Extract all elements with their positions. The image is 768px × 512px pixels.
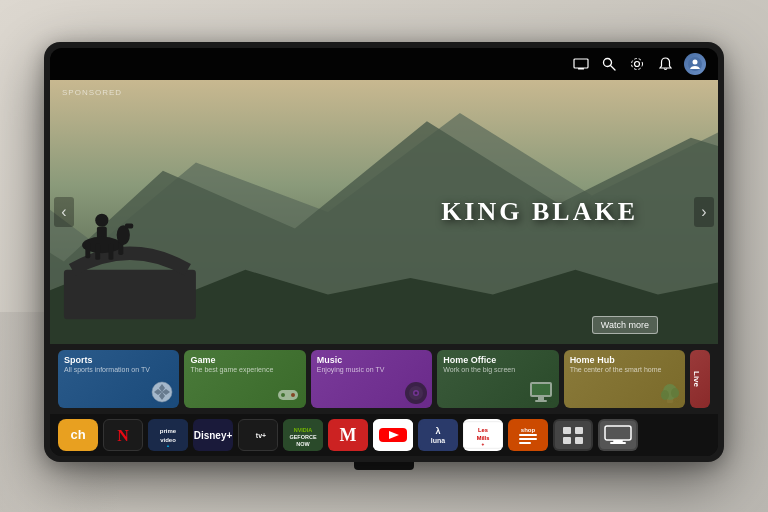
search-icon[interactable]	[600, 55, 618, 73]
svg-text:tv+: tv+	[256, 432, 266, 439]
settings-icon[interactable]	[628, 55, 646, 73]
game-label: Game	[190, 355, 215, 365]
svg-text:luna: luna	[431, 437, 445, 444]
app-shop[interactable]: shop	[508, 419, 548, 451]
app-geforce-now[interactable]: NVIDIA GEFORCE NOW	[283, 419, 323, 451]
svg-line-3	[611, 66, 616, 71]
svg-point-5	[632, 59, 643, 70]
apps-row: ch N prime video	[50, 414, 718, 456]
app-all-apps[interactable]	[553, 419, 593, 451]
svg-text:ch: ch	[70, 427, 85, 442]
svg-text:M: M	[340, 425, 357, 445]
svg-text:prime: prime	[160, 428, 177, 434]
app-channel[interactable]: ch	[58, 419, 98, 451]
svg-point-33	[415, 392, 418, 395]
svg-rect-21	[125, 224, 133, 229]
user-avatar[interactable]	[684, 53, 706, 75]
svg-text:GEFORCE: GEFORCE	[289, 434, 317, 440]
home-hub-label: Home Hub	[570, 355, 615, 365]
svg-text:NVIDIA: NVIDIA	[294, 427, 313, 433]
categories-row: Sports All sports information on TV Gam	[50, 344, 718, 414]
app-prime-video[interactable]: prime video ▲	[148, 419, 188, 451]
home-office-sublabel: Work on the big screen	[443, 366, 540, 373]
svg-point-28	[281, 393, 285, 397]
category-sports[interactable]: Sports All sports information on TV	[58, 350, 179, 408]
sports-label: Sports	[64, 355, 93, 365]
notifications-icon[interactable]	[656, 55, 674, 73]
home-office-label: Home Office	[443, 355, 496, 365]
app-apple-tv[interactable]: tv+	[238, 419, 278, 451]
tv-stand	[354, 462, 414, 470]
svg-point-4	[635, 62, 640, 67]
tv-screen: SPONSORED KING BLAKE ‹ › Watch more Spor…	[50, 48, 718, 456]
sports-sublabel: All sports information on TV	[64, 366, 161, 373]
svg-text:▲: ▲	[166, 443, 170, 448]
svg-point-29	[291, 393, 295, 397]
svg-text:shop: shop	[521, 427, 536, 433]
svg-rect-77	[575, 427, 583, 434]
svg-rect-72	[519, 434, 537, 436]
top-bar	[50, 48, 718, 80]
svg-rect-36	[538, 397, 544, 400]
app-youtube[interactable]	[373, 419, 413, 451]
live-label: Live	[690, 350, 703, 408]
music-sublabel: Enjoying music on TV	[317, 366, 414, 373]
svg-rect-16	[85, 242, 90, 259]
svg-rect-18	[108, 243, 113, 260]
tv-frame: SPONSORED KING BLAKE ‹ › Watch more Spor…	[44, 42, 724, 462]
svg-rect-17	[95, 243, 100, 260]
svg-rect-12	[64, 270, 196, 320]
svg-point-13	[95, 214, 108, 227]
svg-rect-83	[610, 442, 626, 444]
svg-rect-79	[575, 437, 583, 444]
sponsored-label: SPONSORED	[62, 88, 122, 97]
category-music[interactable]: Music Enjoying music on TV	[311, 350, 432, 408]
svg-rect-76	[563, 427, 571, 434]
game-sublabel: The best game experience	[190, 366, 287, 373]
svg-rect-82	[613, 440, 623, 442]
svg-text:Mills: Mills	[477, 435, 490, 441]
svg-rect-74	[519, 442, 531, 444]
svg-rect-75	[555, 421, 591, 449]
category-home-office[interactable]: Home Office Work on the big screen	[437, 350, 558, 408]
app-les-mills[interactable]: Les Mills +	[463, 419, 503, 451]
input-source-icon[interactable]	[572, 55, 590, 73]
svg-point-41	[671, 388, 679, 398]
hero-prev-button[interactable]: ‹	[54, 197, 74, 227]
app-disney-plus[interactable]: Disney+	[193, 419, 233, 451]
svg-rect-73	[519, 438, 537, 440]
watch-more-button[interactable]: Watch more	[592, 316, 658, 334]
svg-rect-35	[532, 384, 550, 395]
svg-point-7	[693, 60, 698, 65]
svg-point-40	[661, 390, 669, 400]
svg-text:Les: Les	[478, 427, 488, 433]
wall: SPONSORED KING BLAKE ‹ › Watch more Spor…	[0, 0, 768, 512]
svg-text:N: N	[117, 427, 129, 444]
music-label: Music	[317, 355, 343, 365]
app-tv-input[interactable]	[598, 419, 638, 451]
app-netflix[interactable]: N	[103, 419, 143, 451]
hero-title: KING BLAKE	[441, 197, 638, 227]
hero-banner: SPONSORED KING BLAKE ‹ › Watch more	[50, 80, 718, 344]
svg-text:NOW: NOW	[296, 441, 310, 447]
svg-rect-78	[563, 437, 571, 444]
svg-text:Disney+: Disney+	[194, 430, 232, 441]
svg-text:λ: λ	[435, 426, 440, 436]
hero-next-button[interactable]: ›	[694, 197, 714, 227]
home-hub-sublabel: The center of the smart home	[570, 366, 667, 373]
app-luna[interactable]: λ luna	[418, 419, 458, 451]
category-home-hub[interactable]: Home Hub The center of the smart home	[564, 350, 685, 408]
svg-rect-1	[578, 68, 584, 70]
category-live[interactable]: Live	[690, 350, 710, 408]
svg-rect-0	[574, 59, 588, 68]
category-game[interactable]: Game The best game experience	[184, 350, 305, 408]
app-masterclass[interactable]: M	[328, 419, 368, 451]
svg-text:+: +	[482, 442, 485, 447]
svg-rect-37	[535, 400, 547, 402]
